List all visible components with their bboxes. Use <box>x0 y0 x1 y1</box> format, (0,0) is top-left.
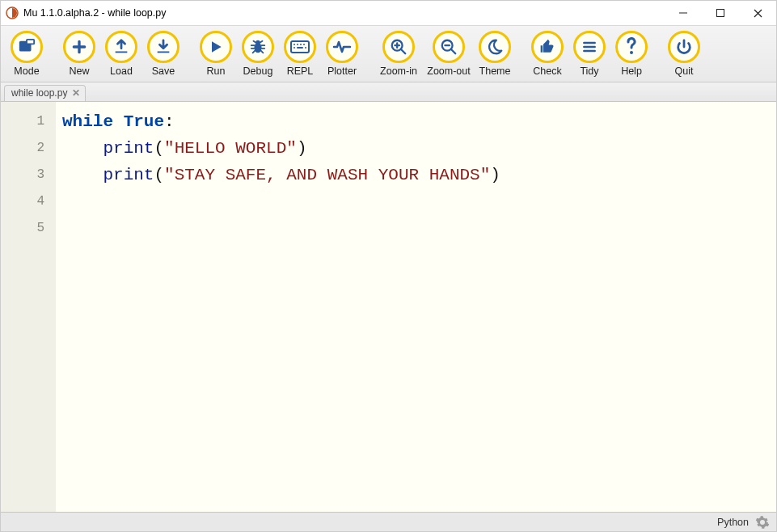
maximize-button[interactable] <box>702 1 739 25</box>
window-title: Mu 1.1.0.alpha.2 - while loop.py <box>23 7 167 19</box>
toolbar-label: Tidy <box>580 65 598 77</box>
toolbar-label: Zoom-in <box>380 65 417 77</box>
load-icon <box>105 31 137 63</box>
tab-label: while loop.py <box>11 87 67 99</box>
titlebar: Mu 1.1.0.alpha.2 - while loop.py <box>1 1 776 25</box>
toolbar-label: Load <box>110 65 133 77</box>
code-line <box>62 215 500 242</box>
thumb-icon <box>531 31 564 63</box>
svg-point-19 <box>630 51 633 54</box>
toolbar-label: Help <box>621 65 642 77</box>
plotter-button[interactable]: Plotter <box>321 29 363 80</box>
help-icon <box>615 31 648 63</box>
lines-icon <box>573 31 606 63</box>
load-button[interactable]: Load <box>100 29 142 80</box>
code-line: while True: <box>62 108 500 135</box>
mode-button[interactable]: Mode <box>6 29 48 80</box>
line-number: 2 <box>1 135 44 162</box>
power-icon <box>668 31 700 63</box>
tidy-button[interactable]: Tidy <box>568 29 610 80</box>
zoomin-button[interactable]: Zoom-in <box>374 29 424 80</box>
svg-rect-16 <box>297 47 303 49</box>
new-button[interactable]: New <box>58 29 100 80</box>
svg-point-10 <box>293 44 295 45</box>
zoomout-button[interactable]: Zoom-out <box>424 29 474 80</box>
svg-point-14 <box>293 47 295 49</box>
code-line <box>62 188 500 215</box>
check-button[interactable]: Check <box>526 29 568 80</box>
toolbar-label: Mode <box>14 65 39 77</box>
toolbar-label: Plotter <box>327 65 357 77</box>
tab-close-icon[interactable]: ✕ <box>72 87 80 99</box>
line-number-gutter: 12345 <box>1 102 56 512</box>
status-language: Python <box>717 517 749 528</box>
toolbar-label: Quit <box>675 65 694 77</box>
quit-button[interactable]: Quit <box>663 29 705 80</box>
toolbar-label: Zoom-out <box>427 65 471 77</box>
code-line: print("STAY SAFE, AND WASH YOUR HANDS") <box>62 162 500 188</box>
svg-point-13 <box>303 44 305 45</box>
bug-icon <box>242 31 274 63</box>
line-number: 5 <box>1 215 44 242</box>
code-line: print("HELLO WORLD") <box>62 135 500 162</box>
toolbar-label: Check <box>533 65 561 77</box>
code-editor[interactable]: 12345 while True: print("HELLO WORLD") p… <box>1 102 776 512</box>
run-button[interactable]: Run <box>195 29 237 80</box>
app-icon <box>6 6 19 19</box>
minimize-button[interactable] <box>665 1 702 25</box>
svg-point-12 <box>300 44 302 45</box>
toolbar-label: REPL <box>287 65 314 77</box>
line-number: 1 <box>1 108 44 135</box>
code-content[interactable]: while True: print("HELLO WORLD") print("… <box>56 102 500 512</box>
mode-icon <box>11 31 43 63</box>
line-number: 3 <box>1 162 44 188</box>
debug-button[interactable]: Debug <box>237 29 279 80</box>
toolbar-label: New <box>69 65 89 77</box>
toolbar-label: Theme <box>479 65 511 77</box>
svg-point-15 <box>305 47 306 49</box>
moon-icon <box>479 31 511 63</box>
help-button[interactable]: Help <box>610 29 652 80</box>
svg-rect-2 <box>717 10 724 17</box>
svg-rect-6 <box>27 40 34 44</box>
line-number: 4 <box>1 188 44 215</box>
repl-button[interactable]: REPL <box>279 29 321 80</box>
toolbar-label: Run <box>207 65 226 77</box>
svg-point-11 <box>297 44 298 45</box>
zoomin-icon <box>382 31 415 63</box>
tab-bar: while loop.py ✕ <box>1 82 776 102</box>
keyboard-icon <box>284 31 316 63</box>
plus-icon <box>63 31 95 63</box>
close-button[interactable] <box>739 1 776 25</box>
theme-button[interactable]: Theme <box>474 29 516 80</box>
status-bar: Python <box>1 512 776 531</box>
toolbar: ModeNewLoadSaveRunDebugREPLPlotterZoom-i… <box>1 25 776 82</box>
toolbar-label: Save <box>152 65 175 77</box>
toolbar-label: Debug <box>243 65 273 77</box>
settings-gear-icon[interactable] <box>755 515 770 530</box>
play-icon <box>200 31 232 63</box>
pulse-icon <box>326 31 358 63</box>
file-tab[interactable]: while loop.py ✕ <box>4 85 86 101</box>
save-icon <box>147 31 179 63</box>
save-button[interactable]: Save <box>142 29 184 80</box>
zoomout-icon <box>433 31 465 63</box>
